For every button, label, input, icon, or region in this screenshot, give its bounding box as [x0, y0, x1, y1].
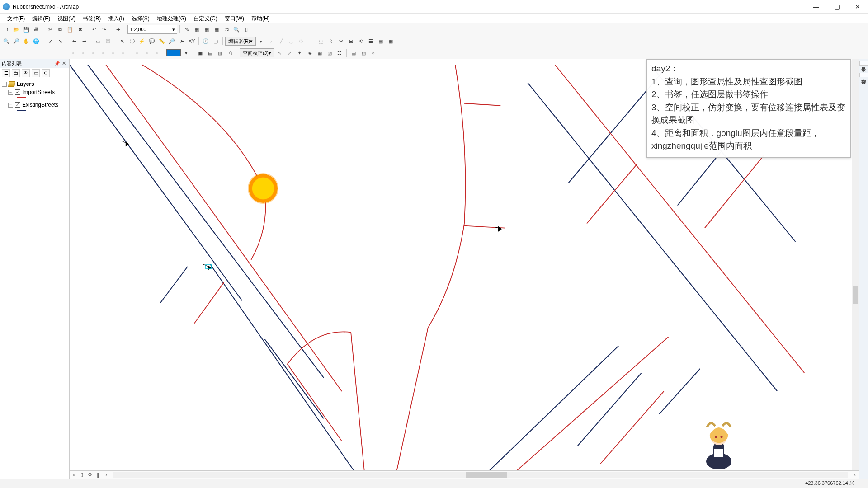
zoom-out-icon[interactable]: 🔎	[12, 37, 21, 46]
pin-icon[interactable]: 📌	[53, 61, 61, 66]
create-features-icon[interactable]: ▦	[386, 37, 395, 46]
zoom-in-icon[interactable]: 🔍	[2, 37, 11, 46]
data-view-icon[interactable]: ▫	[70, 472, 78, 478]
menu-window[interactable]: 窗口(W)	[221, 14, 248, 23]
vertical-scrollbar[interactable]	[852, 59, 859, 470]
adj-icon[interactable]: ▫	[79, 48, 88, 57]
collapse-icon[interactable]: −	[8, 103, 13, 108]
refresh-icon[interactable]: ⟳	[86, 472, 94, 478]
dock-tab-catalog[interactable]: 目录	[859, 61, 868, 66]
menu-insert[interactable]: 插入(I)	[104, 14, 127, 23]
attribute-transfer-icon[interactable]: ☷	[335, 48, 344, 57]
find-route-icon[interactable]: ➤	[177, 37, 186, 46]
menu-help[interactable]: 帮助(H)	[248, 14, 274, 23]
adj-icon[interactable]: ▫	[142, 48, 151, 57]
rotate-icon[interactable]: ⟲	[356, 37, 365, 46]
adj-icon[interactable]: ▥	[216, 48, 225, 57]
select-tool-icon[interactable]: ↖	[275, 48, 284, 57]
find-icon[interactable]: 🔎	[167, 37, 176, 46]
adj-icon[interactable]: ▫	[89, 48, 98, 57]
measure-icon[interactable]: 📏	[157, 37, 166, 46]
adj-icon[interactable]: ▫	[152, 48, 161, 57]
menu-selection[interactable]: 选择(S)	[128, 14, 153, 23]
spatial-adjustment-menu[interactable]: 空间校正(J) ▾	[240, 48, 274, 57]
point-icon[interactable]: ·	[307, 37, 316, 46]
save-icon[interactable]: 💾	[22, 25, 31, 34]
edit-vertices-icon[interactable]: ⬚	[316, 37, 326, 46]
view-link-table-icon[interactable]: ▤	[349, 48, 358, 57]
color-dropdown-icon[interactable]: ▾	[182, 48, 191, 57]
fill-color-swatch[interactable]	[166, 49, 181, 56]
create-viewer-icon[interactable]: ▢	[211, 37, 220, 46]
map-view[interactable]: day2： 1、查询，图形查属性及属性查图形截图 2、书签，任选图层做书签操作 …	[70, 59, 859, 479]
toolbar-icon[interactable]: ▦	[212, 25, 221, 34]
adjust-icon[interactable]: ⟐	[369, 48, 378, 57]
go-to-xy-icon[interactable]: XY	[187, 37, 196, 46]
layer-checkbox[interactable]: ✓	[15, 102, 20, 108]
search-icon[interactable]: 🔍	[232, 25, 241, 34]
list-by-source-icon[interactable]: 🗀	[12, 69, 20, 77]
edge-match-icon[interactable]: ▦	[315, 48, 324, 57]
menu-file[interactable]: 文件(F)	[4, 14, 28, 23]
minimize-button[interactable]: —	[806, 0, 826, 14]
cut-polygons-icon[interactable]: ✂	[336, 37, 345, 46]
limited-adjust-icon[interactable]: ▨	[325, 48, 334, 57]
reshape-icon[interactable]: ⌇	[326, 37, 335, 46]
layer-item-existingstreets[interactable]: − ✓ ExistingStreets	[2, 101, 67, 109]
adj-icon[interactable]: ▤	[206, 48, 215, 57]
displacement-link-icon[interactable]: ↗	[285, 48, 294, 57]
clear-selection-icon[interactable]: ☒	[104, 37, 113, 46]
split-icon[interactable]: ⊟	[346, 37, 355, 46]
attributes-icon[interactable]: ☰	[366, 37, 375, 46]
fixed-zoom-out-icon[interactable]: ⤡	[56, 37, 65, 46]
close-panel-icon[interactable]: ✕	[61, 61, 67, 66]
sketch-properties-icon[interactable]: ▤	[376, 37, 385, 46]
collapse-icon[interactable]: −	[8, 90, 13, 95]
list-by-selection-icon[interactable]: ▭	[32, 69, 40, 77]
adj-icon[interactable]: ▣	[196, 48, 205, 57]
html-popup-icon[interactable]: 💬	[147, 37, 156, 46]
add-data-icon[interactable]: ✚	[113, 25, 123, 34]
layer-item-importstreets[interactable]: − ✓ ImportStreets	[2, 88, 67, 96]
adj-icon[interactable]: ▫	[108, 48, 118, 57]
collapse-icon[interactable]: −	[2, 82, 7, 87]
hyperlink-icon[interactable]: ⚡	[137, 37, 146, 46]
menu-view[interactable]: 视图(V)	[54, 14, 79, 23]
full-extent-icon[interactable]: 🌐	[32, 37, 41, 46]
select-elements-icon[interactable]: ↖	[118, 37, 127, 46]
redo-icon[interactable]: ↷	[99, 25, 108, 34]
list-by-drawing-order-icon[interactable]: ☰	[2, 69, 10, 77]
close-button[interactable]: ✕	[847, 0, 868, 14]
next-extent-icon[interactable]: ➡	[80, 37, 89, 46]
scale-combobox[interactable]: 1:2,000▾	[127, 25, 177, 34]
menu-bookmarks[interactable]: 书签(B)	[79, 14, 104, 23]
catalog-icon[interactable]: 🗂	[222, 25, 231, 34]
editor-menu[interactable]: 编辑器(R) ▾	[225, 37, 256, 46]
end-point-arc-icon[interactable]: ◡	[287, 37, 296, 46]
pause-drawing-icon[interactable]: ‖	[94, 472, 102, 478]
adj-icon[interactable]: ▫	[118, 48, 127, 57]
delete-icon[interactable]: ✖	[75, 25, 85, 34]
menu-geoprocessing[interactable]: 地理处理(G)	[153, 14, 190, 23]
print-icon[interactable]: 🖶	[32, 25, 41, 34]
list-by-visibility-icon[interactable]: 👁	[22, 69, 30, 77]
open-icon[interactable]: 📂	[12, 25, 21, 34]
editor-toolbar-icon[interactable]: ✎	[182, 25, 191, 34]
new-icon[interactable]: 🗋	[2, 25, 11, 34]
dock-tab-search[interactable]: 搜索	[859, 73, 868, 77]
pan-icon[interactable]: ✋	[22, 37, 31, 46]
time-slider-icon[interactable]: 🕐	[201, 37, 210, 46]
layout-view-icon[interactable]: ▯	[78, 472, 86, 478]
undo-icon[interactable]: ↶	[90, 25, 99, 34]
adj-icon[interactable]: ▫	[69, 48, 78, 57]
adj-icon[interactable]: ▫	[99, 48, 108, 57]
scroll-right-icon[interactable]: ›	[851, 472, 859, 478]
adjust-preview-icon[interactable]: ▧	[359, 48, 368, 57]
straight-segment-icon[interactable]: ╱	[277, 37, 286, 46]
identify-icon[interactable]: ⓘ	[127, 37, 137, 46]
maximize-button[interactable]: ▢	[826, 0, 847, 14]
adj-icon[interactable]: ▫	[132, 48, 142, 57]
scroll-left-icon[interactable]: ‹	[102, 472, 110, 478]
select-icon[interactable]: ▭	[94, 37, 103, 46]
toolbar-icon[interactable]: ▦	[202, 25, 211, 34]
